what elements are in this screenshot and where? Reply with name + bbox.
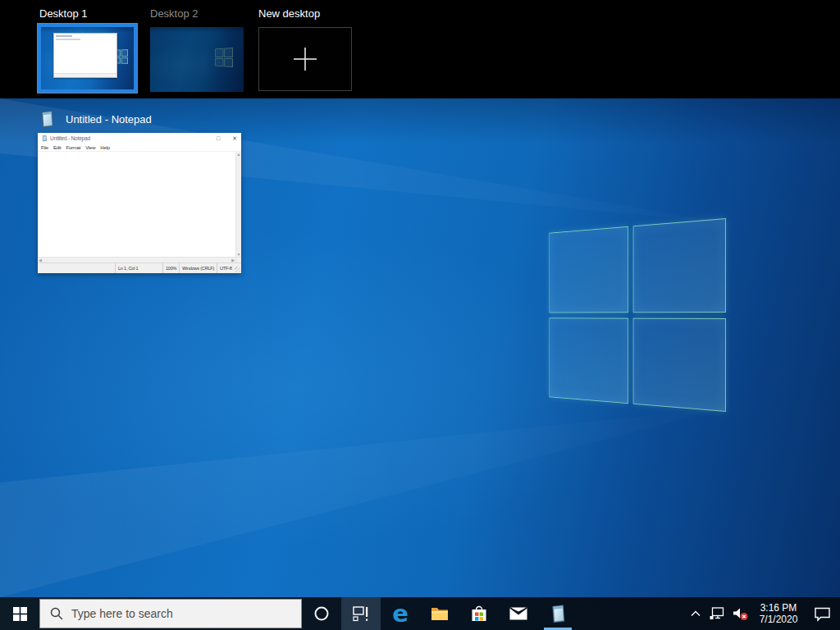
notepad-title-text: Untitled - Notepad [50,135,90,141]
tray-chevron-button[interactable] [686,597,705,630]
notepad-icon [38,109,56,129]
network-icon [710,607,724,620]
mail-icon [509,607,527,620]
new-desktop-button[interactable] [258,27,352,91]
start-button[interactable] [0,597,39,630]
taskbar-clock[interactable]: 3:16 PM 7/1/2020 [753,597,804,630]
cortana-button[interactable] [302,597,341,630]
menu-help: Help [100,145,110,150]
taskbar-spacer [578,597,686,630]
desktop-background[interactable]: Untitled - Notepad Untitled - Notepad □ … [0,98,840,597]
file-explorer-icon [431,606,449,621]
menu-edit: Edit [53,145,62,150]
resize-grip [235,267,240,272]
status-zoom: 100% [162,263,179,273]
horizontal-scrollbar: ◀▶ [38,257,235,262]
notepad-menubar: File Edit Format View Help [38,144,241,152]
notepad-titlebar: Untitled - Notepad □ ✕ [38,133,241,144]
desktop-2-thumbnail[interactable] [150,27,244,92]
tray-time: 3:16 PM [760,602,797,614]
chevron-up-icon [691,610,701,617]
store-button[interactable] [459,597,499,630]
volume-tray-button[interactable] [728,597,753,630]
window-preview-label: Untitled - Notepad [38,108,152,130]
network-tray-button[interactable] [705,597,728,630]
search-icon [50,607,63,620]
tray-date: 7/1/2020 [760,614,798,625]
menu-view: View [85,145,95,150]
task-view-icon [353,605,369,622]
status-cursor-position: Ln 1, Col 1 [115,263,162,273]
notepad-statusbar: Ln 1, Col 1 100% Windows (CRLF) UTF-8 [38,262,241,273]
maximize-icon: □ [217,135,220,141]
notepad-mini-window [53,33,117,78]
taskbar-search[interactable] [39,599,302,628]
taskbar: e [0,597,840,630]
volume-muted-icon [733,607,749,621]
store-icon [471,605,487,623]
vertical-scrollbar: ▲▼ [235,152,241,257]
windows-logo-wallpaper [550,218,726,412]
desktop-2-wallpaper [150,27,244,92]
desktop-1-label: Desktop 1 [39,7,88,20]
plus-icon [291,45,319,73]
status-line-ending: Windows (CRLF) [179,263,217,273]
menu-format: Format [66,145,80,150]
windows-logo-mini [215,48,233,67]
close-icon: ✕ [232,135,237,141]
notepad-window-thumbnail[interactable]: Untitled - Notepad □ ✕ File Edit Format … [38,133,241,273]
action-center-icon [814,606,831,622]
scrollbar-corner [235,257,241,262]
file-explorer-button[interactable] [420,597,459,630]
notepad-taskbar-button[interactable] [538,597,578,630]
desktop-1-wallpaper [41,27,134,89]
notepad-text-area [38,152,235,257]
menu-file: File [41,145,48,150]
task-view-button[interactable] [341,597,381,630]
cortana-icon [313,605,330,622]
mail-button[interactable] [499,597,538,630]
edge-icon: e [392,602,409,626]
action-center-button[interactable] [804,597,840,630]
desktop-1-thumbnail[interactable] [38,24,137,93]
edge-button[interactable]: e [381,597,420,630]
desktop-2-label: Desktop 2 [150,7,199,20]
task-view-header: Desktop 1 Desktop 2 New desktop [0,0,840,98]
notepad-icon [41,135,48,142]
windows-start-icon [13,607,27,621]
window-preview-title: Untitled - Notepad [66,113,152,126]
new-desktop-label: New desktop [258,7,320,20]
search-input[interactable] [71,607,301,620]
notepad-icon [548,603,568,624]
